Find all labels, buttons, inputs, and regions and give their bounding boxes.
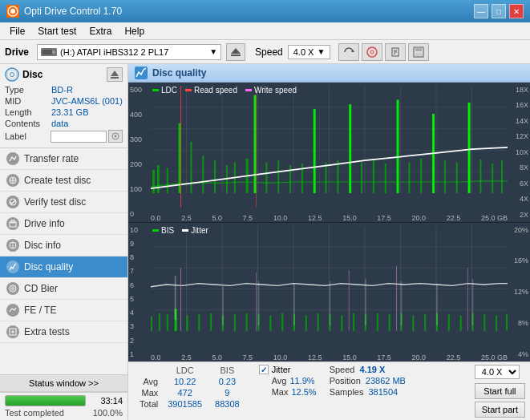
menu-file[interactable]: File — [3, 24, 31, 38]
svg-rect-63 — [265, 163, 267, 193]
speed-label: Speed — [255, 46, 283, 58]
chart1-x-labels: 0.0 2.5 5.0 7.5 10.0 12.5 15.0 17.5 20.0… — [151, 214, 508, 222]
start-part-button[interactable]: Start part — [475, 402, 525, 418]
speed-selector[interactable]: 4.0 X ▼ — [288, 45, 331, 59]
eject-icon — [230, 47, 241, 57]
sidebar-item-extra-tests[interactable]: Extra tests — [0, 321, 127, 343]
disc-label-button[interactable] — [108, 130, 123, 143]
disc-type-row: Type BD-R — [5, 85, 123, 95]
svg-rect-81 — [479, 160, 481, 193]
svg-rect-79 — [456, 163, 458, 193]
label-icon — [111, 132, 119, 140]
pen-button[interactable] — [385, 43, 406, 61]
disc-button[interactable] — [362, 43, 382, 61]
disc-quality-icon — [6, 260, 19, 273]
start-full-button[interactable]: Start full — [475, 383, 525, 399]
length-label: Length — [5, 107, 51, 117]
svg-rect-136 — [330, 281, 331, 325]
transfer-rate-icon — [6, 152, 19, 165]
refresh-button[interactable] — [338, 43, 359, 61]
svg-rect-52 — [152, 170, 155, 193]
jitter-legend-item: Jitter — [182, 226, 208, 235]
drive-selector[interactable]: (H:) ATAPI iHBS312 2 PL17 ▼ — [37, 44, 221, 60]
drive-info-icon — [6, 217, 19, 230]
progress-percent: 100.0% — [93, 408, 123, 418]
drive-toolbar-icons — [338, 43, 429, 61]
avg-label: Avg — [133, 376, 161, 387]
close-button[interactable]: ✕ — [509, 4, 524, 18]
sidebar-item-disc-info[interactable]: Disc info — [0, 235, 127, 256]
jitter-checkbox[interactable]: ✓ — [259, 365, 269, 374]
sidebar-item-disc-quality[interactable]: Disc quality — [0, 256, 127, 278]
svg-point-33 — [10, 285, 16, 292]
type-label: Type — [5, 85, 51, 95]
chart2-inner — [151, 226, 508, 348]
type-value: BD-R — [51, 85, 73, 95]
total-row: Total 3901585 88308 — [133, 398, 246, 410]
svg-rect-112 — [281, 313, 283, 330]
drive-label: Drive — [5, 46, 29, 58]
svg-point-8 — [367, 47, 377, 57]
eject-button[interactable] — [226, 43, 245, 61]
svg-rect-70 — [349, 104, 351, 193]
speed-stat-value: 4.19 X — [359, 365, 385, 374]
progress-fill — [6, 396, 85, 406]
chart1-svg — [151, 86, 508, 208]
length-value: 23.31 GB — [51, 107, 88, 117]
disc-label-label: Label — [5, 131, 51, 141]
jitter-avg-label: Avg — [272, 376, 287, 386]
svg-rect-58 — [214, 160, 216, 193]
avg-row: Avg 10.22 0.23 — [133, 376, 246, 387]
contents-value: data — [51, 119, 68, 128]
svg-rect-66 — [301, 164, 303, 193]
svg-rect-57 — [202, 155, 204, 193]
svg-rect-139 — [436, 283, 438, 325]
bis-chart: BIS Jitter 10 9 8 7 6 5 4 — [128, 223, 530, 362]
svg-rect-129 — [483, 314, 485, 331]
disc-label-input[interactable] — [51, 131, 107, 143]
sidebar-item-fe-te[interactable]: FE / TE — [0, 300, 127, 321]
position-value: 23862 MB — [366, 376, 406, 386]
svg-rect-101 — [159, 313, 160, 330]
svg-rect-6 — [231, 55, 241, 56]
eject-small-icon — [109, 70, 120, 79]
disc-info-icon — [6, 239, 19, 252]
menu-start-test[interactable]: Start test — [31, 24, 83, 38]
svg-rect-137 — [365, 279, 366, 325]
main-layout: Disc Type BD-R MID JVC-AMS6L (001) L — [0, 64, 530, 420]
maximize-button[interactable]: □ — [492, 4, 506, 18]
sidebar-item-drive-info[interactable]: Drive info — [0, 213, 127, 235]
save-button[interactable] — [408, 43, 429, 61]
jitter-label: Jitter — [272, 365, 291, 374]
menu-help[interactable]: Help — [118, 24, 151, 38]
svg-rect-109 — [246, 313, 248, 330]
disc-header-icon — [5, 67, 19, 82]
disc-eject-button[interactable] — [107, 67, 123, 82]
sidebar-item-cd-bier[interactable]: CD Bier — [0, 278, 127, 300]
disc-panel: Disc Type BD-R MID JVC-AMS6L (001) L — [0, 64, 127, 148]
max-label: Max — [133, 387, 161, 398]
sidebar-item-verify-test-disc[interactable]: Verify test disc — [0, 192, 127, 213]
svg-point-17 — [6, 68, 18, 81]
speed-dropdown[interactable]: 4.0 X 2.0 X 1.0 X — [475, 365, 520, 379]
sidebar-item-create-test-disc[interactable]: Create test disc — [0, 170, 127, 192]
svg-rect-123 — [412, 315, 414, 330]
save-icon — [413, 46, 424, 58]
disc-header: Disc — [5, 67, 123, 82]
pen-icon — [390, 46, 401, 58]
svg-rect-115 — [318, 313, 319, 330]
svg-rect-111 — [269, 315, 271, 330]
svg-rect-82 — [492, 164, 493, 193]
svg-rect-53 — [157, 165, 160, 193]
svg-rect-127 — [460, 315, 462, 330]
svg-point-19 — [10, 73, 14, 77]
sidebar-item-transfer-rate[interactable]: Transfer rate — [0, 148, 127, 170]
disc-quality-header-icon — [135, 67, 148, 79]
svg-rect-15 — [415, 47, 422, 51]
status-window-button[interactable]: Status window >> — [0, 374, 127, 392]
svg-rect-108 — [234, 314, 236, 331]
minimize-button[interactable]: — — [474, 4, 488, 18]
drive-icon — [41, 46, 57, 58]
extra-tests-icon — [6, 325, 19, 338]
menu-extra[interactable]: Extra — [83, 24, 118, 38]
